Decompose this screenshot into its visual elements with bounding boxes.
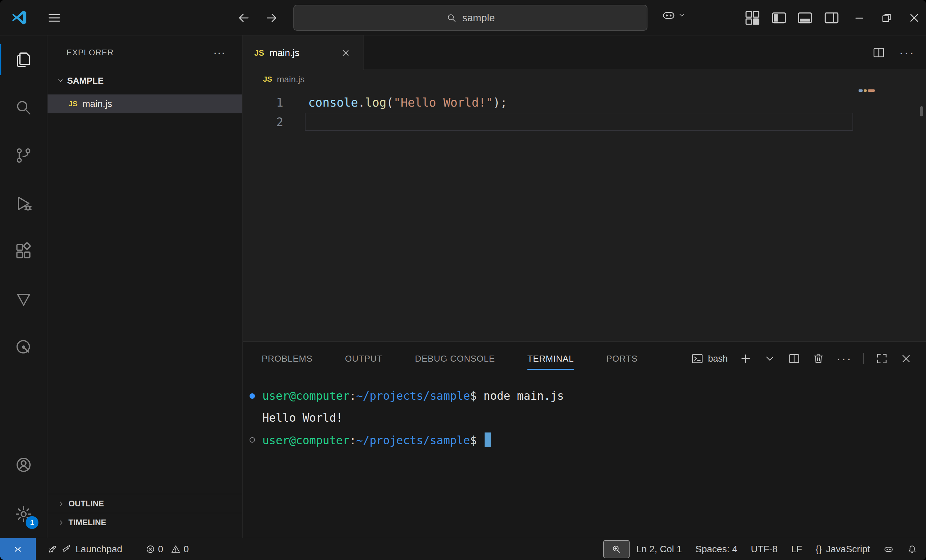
panel-tab-bar: PROBLEMS OUTPUT DEBUG CONSOLE TERMINAL P… bbox=[262, 342, 638, 375]
customize-layout-button[interactable] bbox=[744, 9, 761, 26]
terminal-line[interactable]: Hello World! bbox=[243, 407, 926, 429]
new-terminal-button[interactable] bbox=[739, 352, 752, 365]
remote-icon bbox=[12, 543, 24, 555]
command-decoration-pending[interactable] bbox=[250, 437, 255, 443]
outline-section-header[interactable]: OUTLINE bbox=[48, 494, 242, 513]
tab-mainjs[interactable]: JS main.js bbox=[243, 35, 363, 70]
sidebar-title: EXPLORER bbox=[67, 48, 113, 58]
go-forward-button[interactable] bbox=[264, 10, 279, 26]
command-center-search[interactable]: sample bbox=[294, 5, 648, 31]
chevron-down-icon bbox=[678, 11, 686, 19]
remote-indicator[interactable] bbox=[0, 538, 36, 560]
explorer-sidebar: EXPLORER ··· SAMPLE JS main.js OUTLINE T… bbox=[48, 35, 242, 538]
status-cursor-position[interactable]: Ln 2, Col 1 bbox=[629, 538, 688, 560]
activity-extension-triangle[interactable] bbox=[0, 280, 47, 318]
code-line[interactable]: 1console.log("Hello World!"); bbox=[243, 93, 926, 112]
file-item-mainjs[interactable]: JS main.js bbox=[48, 94, 242, 114]
command-decoration-success[interactable] bbox=[250, 394, 255, 399]
zoom-indicator[interactable] bbox=[603, 540, 629, 558]
activity-explorer[interactable] bbox=[0, 41, 47, 79]
status-eol[interactable]: LF bbox=[784, 538, 809, 560]
status-language[interactable]: {} JavaScript bbox=[809, 538, 877, 560]
restore-button[interactable] bbox=[878, 9, 895, 26]
close-tab-icon[interactable] bbox=[340, 47, 352, 59]
files-icon bbox=[14, 50, 33, 69]
js-file-icon: JS bbox=[68, 100, 77, 108]
search-icon bbox=[446, 12, 457, 23]
minimap[interactable] bbox=[859, 89, 878, 130]
warnings-icon bbox=[171, 544, 181, 554]
close-button[interactable] bbox=[906, 9, 923, 26]
workspace-name: SAMPLE bbox=[67, 76, 103, 86]
timeline-label: TIMELINE bbox=[68, 518, 106, 527]
breadcrumb[interactable]: JS main.js bbox=[263, 70, 304, 89]
copilot-status-button[interactable] bbox=[877, 538, 900, 560]
title-bar: sample bbox=[0, 0, 926, 35]
tab-problems[interactable]: PROBLEMS bbox=[262, 342, 313, 375]
toggle-secondary-sidebar-button[interactable] bbox=[823, 9, 840, 26]
split-terminal-button[interactable] bbox=[788, 352, 800, 365]
rocket-icon bbox=[47, 544, 57, 554]
file-name: main.js bbox=[82, 98, 112, 109]
timeline-section-header[interactable]: TIMELINE bbox=[48, 513, 242, 532]
chevron-down-icon bbox=[56, 77, 64, 85]
launchpad-label: Launchpad bbox=[76, 544, 123, 555]
bell-icon bbox=[907, 544, 917, 554]
kill-terminal-button[interactable] bbox=[812, 352, 825, 365]
tab-output[interactable]: OUTPUT bbox=[345, 342, 383, 375]
settings-badge: 1 bbox=[26, 516, 38, 529]
code-area[interactable]: 1console.log("Hello World!");2 bbox=[243, 93, 926, 132]
terminal-dropdown-button[interactable] bbox=[763, 352, 776, 365]
editor-tab-bar: JS main.js ··· bbox=[243, 35, 926, 70]
js-file-icon: JS bbox=[254, 48, 264, 58]
toggle-primary-sidebar-button[interactable] bbox=[770, 9, 787, 26]
account-icon bbox=[14, 456, 33, 474]
split-editor-button[interactable] bbox=[872, 46, 885, 59]
status-problems[interactable]: 0 0 bbox=[139, 538, 195, 560]
go-back-button[interactable] bbox=[236, 10, 251, 26]
status-indentation[interactable]: Spaces: 4 bbox=[688, 538, 744, 560]
search-view-icon bbox=[14, 98, 33, 117]
maximize-panel-button[interactable] bbox=[875, 352, 888, 365]
status-launchpad[interactable]: Launchpad bbox=[41, 538, 129, 560]
terminal-instance-bash[interactable]: bash bbox=[691, 352, 728, 365]
zoom-in-icon bbox=[611, 544, 622, 555]
chevron-right-icon bbox=[57, 499, 65, 508]
copilot-button[interactable] bbox=[662, 8, 686, 22]
minimize-button[interactable] bbox=[851, 9, 868, 26]
notifications-bell-button[interactable] bbox=[900, 538, 926, 560]
terminal-line[interactable]: user@computer:~/projects/sample$ node ma… bbox=[243, 385, 926, 407]
shell-label: bash bbox=[708, 354, 728, 364]
settings-gear-button[interactable]: 1 bbox=[0, 495, 47, 533]
more-actions-icon[interactable]: ··· bbox=[209, 49, 230, 56]
toggle-panel-button[interactable] bbox=[796, 9, 813, 26]
activity-extension-circle[interactable] bbox=[0, 328, 47, 366]
workspace-section-header[interactable]: SAMPLE bbox=[48, 71, 242, 91]
activity-search[interactable] bbox=[0, 89, 47, 127]
close-panel-button[interactable] bbox=[900, 352, 912, 365]
activity-run-debug[interactable] bbox=[0, 185, 47, 222]
activity-source-control[interactable] bbox=[0, 137, 47, 174]
tab-terminal[interactable]: TERMINAL bbox=[527, 342, 574, 375]
terminal-cursor bbox=[484, 433, 491, 447]
menu-icon[interactable] bbox=[47, 10, 62, 26]
chevron-right-icon bbox=[57, 519, 65, 527]
tab-debug-console[interactable]: DEBUG CONSOLE bbox=[415, 342, 495, 375]
editor-group: JS main.js ··· JS main.js 1console.log("… bbox=[243, 35, 926, 341]
terminal-line[interactable]: user@computer:~/projects/sample$ bbox=[243, 429, 926, 451]
tab-ports[interactable]: PORTS bbox=[606, 342, 638, 375]
editor-more-actions-button[interactable]: ··· bbox=[899, 50, 914, 56]
extension-triangle-icon bbox=[14, 290, 33, 309]
activity-extensions[interactable] bbox=[0, 232, 47, 270]
accounts-button[interactable] bbox=[0, 446, 47, 484]
source-control-icon bbox=[14, 146, 33, 165]
status-encoding[interactable]: UTF-8 bbox=[744, 538, 784, 560]
scrollbar-thumb[interactable] bbox=[920, 106, 923, 117]
terminal-output[interactable]: user@computer:~/projects/sample$ node ma… bbox=[243, 385, 926, 451]
code-line[interactable]: 2 bbox=[243, 112, 926, 132]
copilot-icon bbox=[884, 544, 894, 554]
line-number: 2 bbox=[243, 115, 294, 129]
warning-count: 0 bbox=[183, 544, 189, 555]
panel-more-actions-button[interactable]: ··· bbox=[836, 356, 852, 362]
vscode-window: sample bbox=[0, 0, 926, 560]
